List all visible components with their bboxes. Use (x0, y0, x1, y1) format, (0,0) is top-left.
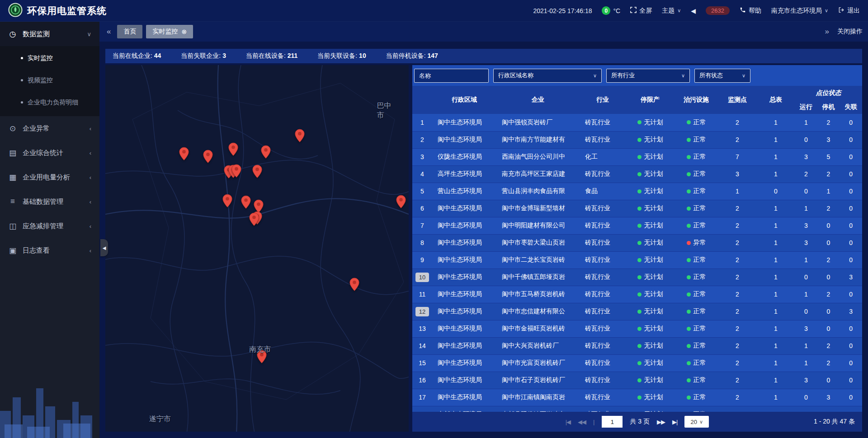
sidebar-item-1[interactable]: ⊙企业异常‹ (0, 116, 99, 141)
map-pin-icon[interactable] (252, 165, 262, 180)
last-page-button[interactable]: ▶| (672, 419, 677, 425)
cell-stop: 0 (817, 320, 840, 337)
status-text: 无计划 (644, 136, 663, 144)
map-pin-icon[interactable] (222, 194, 233, 210)
stat-label: 当前停机设备: (386, 52, 428, 59)
sidebar-item-0[interactable]: ◷数据监测∨ (0, 22, 99, 46)
first-page-button[interactable]: |◀ (566, 419, 571, 425)
table-row[interactable]: 13阆中生态环境局阆中市金福旺页岩机砖砖瓦行业无计划正常21300 (412, 320, 862, 337)
table-row[interactable]: 16阆中生态环境局阆中市石子页岩机砖厂砖瓦行业无计划正常21300 (412, 372, 862, 389)
cell-index: 3 (412, 148, 432, 165)
prev-page-button[interactable]: ◀◀ (578, 419, 586, 425)
fullscreen-icon (630, 7, 637, 14)
cell-region: 阆中生态环境局 (432, 217, 496, 234)
cell-lost: 0 (840, 406, 862, 412)
industry-filter-select[interactable]: 所有行业 ∨ (606, 69, 690, 83)
status-dot-icon (637, 310, 642, 314)
sidebar-item-4[interactable]: ≡基础数据管理‹ (0, 189, 99, 214)
cell-meters: 1 (757, 406, 795, 412)
sidebar-item-3[interactable]: ▦企业用电量分析‹ (0, 165, 99, 189)
status-dot-icon (687, 224, 691, 228)
help-button[interactable]: 帮助 (740, 7, 761, 15)
cell-meters: 1 (757, 165, 795, 183)
cell-facility-status: 正常 (675, 303, 718, 320)
status-badge: 无计划 (637, 342, 663, 350)
table-row[interactable]: 7阆中生态环境局阆中明阳建材有限公司砖瓦行业无计划正常21300 (412, 217, 862, 234)
table-row[interactable]: 11阆中生态环境局阆中市五马桥页岩机砖砖瓦行业无计划正常21120 (412, 286, 862, 303)
cell-lost: 0 (840, 217, 862, 234)
col-facility: 治污设施 (675, 86, 718, 114)
table-row[interactable]: 3仪陇生态环境局西南油气田分公司川中化工无计划正常71350 (412, 148, 862, 165)
chevron-down-icon: ∨ (825, 8, 828, 14)
table-row[interactable]: 15阆中生态环境局阆中市光富页岩机砖厂砖瓦行业无计划正常21120 (412, 354, 862, 372)
map-pin-icon[interactable] (241, 195, 251, 211)
map-pin-icon[interactable] (260, 145, 271, 161)
tabs-scroll-left-icon[interactable]: « (105, 27, 113, 36)
map-pin-icon[interactable] (179, 147, 189, 163)
table-row[interactable]: 14阆中生态环境局阆中大兴页岩机砖厂砖瓦行业无计划正常21120 (412, 337, 862, 354)
status-filter-select[interactable]: 所有状态 ∨ (694, 69, 750, 83)
notice-count-badge[interactable]: 2632 (706, 6, 730, 15)
status-text: 正常 (693, 118, 706, 127)
map-pin-icon[interactable] (249, 212, 259, 228)
page-number-input[interactable] (602, 416, 623, 428)
status-text: 无计划 (644, 376, 663, 384)
close-icon[interactable]: ⊗ (181, 28, 187, 35)
map-pin-icon[interactable] (396, 195, 406, 211)
table-row[interactable]: 1阆中生态环境局阆中强锐页岩砖厂砖瓦行业无计划正常21120 (412, 114, 862, 131)
sidebar-item-6[interactable]: ▣日志查看‹ (0, 238, 99, 263)
sidebar-item-5[interactable]: ◫应急减排管理‹ (0, 214, 99, 238)
table-row[interactable]: 4高坪生态环境局南充市高坪区王家店建砖瓦行业无计划正常31220 (412, 165, 862, 183)
cell-limit-status: 无计划 (626, 286, 675, 303)
next-page-button[interactable]: ▶▶ (657, 419, 665, 425)
status-text: 无计划 (644, 153, 663, 161)
cell-run: 1 (795, 354, 817, 372)
theme-dropdown[interactable]: 主题 ∨ (662, 7, 681, 15)
tabs: 首页实时监控⊗ (117, 25, 193, 38)
cell-region: 阆中生态环境局 (432, 320, 496, 337)
tab-0[interactable]: 首页 (117, 25, 142, 38)
cell-industry: 砖瓦行业 (580, 234, 626, 251)
sidebar-item-2[interactable]: ▤企业综合统计‹ (0, 141, 99, 165)
region-filter-select[interactable]: 行政区域名称 ∨ (493, 69, 602, 83)
table-row[interactable]: 12阆中生态环境局阆中市忠信建材有限公砖瓦行业无计划正常21003 (412, 303, 862, 320)
sidebar-subitem-0-0[interactable]: 实时监控 (0, 47, 99, 69)
name-filter-input[interactable] (414, 69, 489, 83)
map-pin-icon[interactable] (231, 164, 241, 180)
map-pin-icon[interactable] (349, 278, 359, 293)
cell-stop: 2 (817, 337, 840, 354)
map-pin-icon[interactable] (203, 150, 213, 165)
cell-index: 13 (412, 320, 432, 337)
status-dot-icon (637, 292, 642, 297)
page-size-select[interactable]: 20 ∨ (684, 416, 709, 428)
cell-points: 7 (718, 148, 757, 165)
map-pin-icon[interactable] (295, 129, 305, 145)
cell-index: 1 (412, 114, 432, 131)
close-operations-button[interactable]: 关闭操作 (837, 28, 863, 36)
sidebar-subitem-0-2[interactable]: 企业电力负荷明细 (0, 91, 99, 113)
tab-1[interactable]: 实时监控⊗ (146, 25, 193, 38)
map-panel[interactable]: 巴中市南充市遂宁市 (105, 65, 409, 432)
table-row[interactable]: 8阆中生态环境局阆中市枣碧大梁山页岩砖瓦行业无计划异常21300 (412, 234, 862, 251)
exit-icon (838, 7, 844, 14)
status-dot-icon (687, 155, 691, 159)
tabs-scroll-right-icon[interactable]: » (823, 27, 831, 36)
table-row[interactable]: 17阆中生态环境局阆中市江南镇阆南页岩砖瓦行业无计划正常21030 (412, 389, 862, 406)
table-row[interactable]: 10阆中生态环境局阆中千佛镇五郎垭页岩砖瓦行业无计划正常21003 (412, 268, 862, 286)
cell-facility-status: 正常 (675, 217, 718, 234)
logout-button[interactable]: 退出 (838, 7, 860, 15)
fullscreen-button[interactable]: 全屏 (630, 7, 652, 15)
status-badge: 正常 (687, 256, 706, 264)
table-row[interactable]: 18南部生态环境局南部县双佛镇页岩砖有砖瓦行业无计划正常21030 (412, 406, 862, 412)
org-dropdown[interactable]: 南充市生态环境局 ∨ (771, 7, 828, 15)
map-collapse-handle[interactable]: ◀ (100, 239, 108, 256)
table-row[interactable]: 6阆中生态环境局阆中市金博瑞新型墙材砖瓦行业无计划正常21120 (412, 200, 862, 217)
announcement-icon[interactable]: ◀ (691, 7, 696, 14)
sidebar-subitem-0-1[interactable]: 视频监控 (0, 69, 99, 91)
table-row[interactable]: 5营山生态环境局营山县润丰肉食品有限食品无计划正常10010 (412, 183, 862, 200)
map-pin-icon[interactable] (228, 142, 239, 158)
table-row[interactable]: 9阆中生态环境局阆中市二龙长宝页岩砖砖瓦行业无计划正常21120 (412, 251, 862, 268)
table-row[interactable]: 2阆中生态环境局阆中市南方节能建材有砖瓦行业无计划正常21030 (412, 131, 862, 148)
pager-separator: | (593, 419, 594, 425)
cell-lost: 0 (840, 372, 862, 389)
